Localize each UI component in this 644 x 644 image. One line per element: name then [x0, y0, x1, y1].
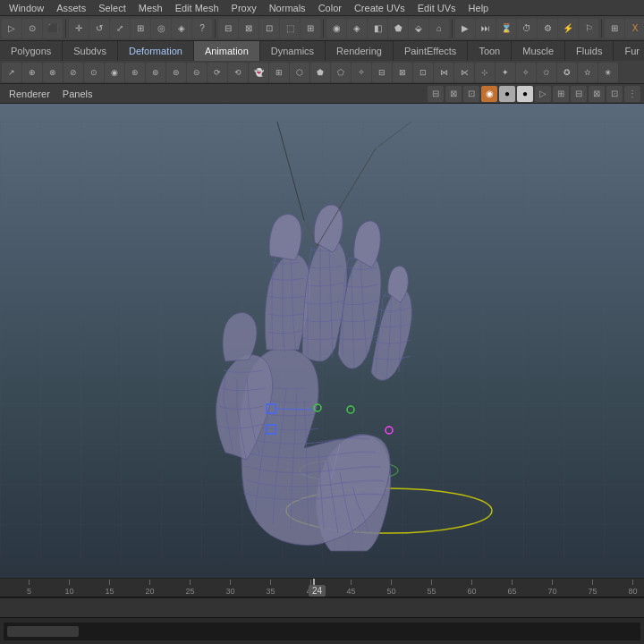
- anim-con1[interactable]: ⬡: [290, 63, 309, 82]
- tool-anim5[interactable]: ⚙: [538, 19, 557, 38]
- tool-artisan[interactable]: ⌂: [429, 19, 449, 38]
- anim-key2[interactable]: ⊕: [22, 63, 42, 82]
- view-icon2[interactable]: ⊠: [445, 86, 462, 102]
- tool-snap-surface[interactable]: ⬚: [280, 19, 300, 38]
- tool-anim2[interactable]: ⏭: [476, 19, 496, 38]
- view-icon8[interactable]: ⊞: [553, 86, 569, 102]
- anim-skel2[interactable]: ⋈: [434, 63, 453, 82]
- tool-scale[interactable]: ⤢: [110, 19, 130, 38]
- tool-select[interactable]: ▷: [2, 19, 21, 38]
- tool-transform[interactable]: ⊞: [131, 19, 150, 38]
- tool-snap-point[interactable]: ⊡: [259, 19, 279, 38]
- anim-key1[interactable]: ↗: [2, 63, 21, 82]
- menu-mesh[interactable]: Mesh: [133, 2, 168, 14]
- timeline[interactable]: 5 10 15 20 25 30 35 40 45 50 55 60 65 70…: [0, 578, 644, 597]
- tool-paint[interactable]: ⬛: [43, 19, 63, 38]
- tool-anim3[interactable]: ⌛: [496, 19, 516, 38]
- tool-anim1[interactable]: ▶: [455, 19, 475, 38]
- view-icon7[interactable]: ▷: [535, 86, 551, 102]
- menu-edit-mesh[interactable]: Edit Mesh: [170, 2, 225, 14]
- tab-deformation[interactable]: Deformation: [118, 41, 194, 61]
- anim-key4[interactable]: ⊘: [64, 63, 83, 82]
- view-icon12[interactable]: ⋮: [624, 86, 640, 102]
- anim-key3[interactable]: ⊗: [43, 63, 63, 82]
- tool-anim6[interactable]: ⚡: [558, 19, 578, 38]
- menu-proxy[interactable]: Proxy: [226, 2, 262, 14]
- anim-ik2[interactable]: ⟲: [228, 63, 248, 82]
- tool-move[interactable]: ✛: [69, 19, 89, 38]
- tool-soft[interactable]: ◎: [151, 19, 171, 38]
- tab-fluids[interactable]: Fluids: [565, 41, 614, 61]
- menu-select[interactable]: Select: [93, 2, 131, 14]
- view-icon10[interactable]: ⊠: [589, 86, 605, 102]
- tool-render[interactable]: ◉: [326, 19, 346, 38]
- anim-key8[interactable]: ⊚: [146, 63, 165, 82]
- menu-normals[interactable]: Normals: [264, 2, 311, 14]
- anim-ghost[interactable]: 👻: [249, 63, 268, 82]
- view-icon3[interactable]: ⊡: [463, 86, 479, 102]
- tool-layout[interactable]: ⊞: [605, 19, 624, 38]
- anim-skel4[interactable]: ⊹: [475, 63, 495, 82]
- menu-bar: Window Assets Select Mesh Edit Mesh Prox…: [0, 0, 644, 16]
- tab-animation[interactable]: Animation: [194, 41, 260, 61]
- anim-key9[interactable]: ⊜: [166, 63, 186, 82]
- menu-window[interactable]: Window: [4, 2, 49, 14]
- view-icon4[interactable]: ◉: [481, 86, 497, 102]
- tool-sculpt[interactable]: ⬟: [388, 19, 408, 38]
- anim-key6[interactable]: ◉: [105, 63, 124, 82]
- menu-help[interactable]: Help: [463, 2, 495, 14]
- anim-con2[interactable]: ⬟: [310, 63, 330, 82]
- tool-ipr[interactable]: ◈: [347, 19, 367, 38]
- menu-assets[interactable]: Assets: [51, 2, 91, 14]
- anim-key10[interactable]: ⊝: [187, 63, 207, 82]
- renderer-btn[interactable]: Renderer: [4, 88, 55, 100]
- anim-key7[interactable]: ⊛: [125, 63, 145, 82]
- tab-painteffects[interactable]: PaintEffects: [394, 41, 469, 61]
- tab-toon[interactable]: Toon: [468, 41, 512, 61]
- anim-skel3[interactable]: ⋉: [454, 63, 474, 82]
- tool-hypershade[interactable]: ◧: [368, 19, 387, 38]
- tool-x[interactable]: X: [625, 19, 644, 38]
- anim-key5[interactable]: ⊙: [84, 63, 104, 82]
- tool-rotate[interactable]: ↺: [89, 19, 109, 38]
- tool-lasso[interactable]: ⊙: [22, 19, 42, 38]
- tab-fur[interactable]: Fur: [614, 41, 644, 61]
- tab-muscle[interactable]: Muscle: [512, 41, 565, 61]
- anim-skel5[interactable]: ✦: [496, 63, 515, 82]
- view-icon9[interactable]: ⊟: [571, 86, 587, 102]
- tool-anim7[interactable]: ⚐: [579, 19, 598, 38]
- anim-snap[interactable]: ⊞: [269, 63, 289, 82]
- viewport[interactable]: [0, 104, 644, 578]
- anim-skel9[interactable]: ✫: [578, 63, 597, 82]
- tool-anim4[interactable]: ⏱: [517, 19, 537, 38]
- view-icon1[interactable]: ⊟: [428, 86, 444, 102]
- view-icon11[interactable]: ⊡: [606, 86, 623, 102]
- tool-show[interactable]: ◈: [172, 19, 191, 38]
- tool-help[interactable]: ?: [192, 19, 212, 38]
- anim-con4[interactable]: ⟡: [352, 63, 371, 82]
- tab-dynamics[interactable]: Dynamics: [260, 41, 326, 61]
- panels-btn[interactable]: Panels: [57, 88, 98, 100]
- tool-snap-grid[interactable]: ⊟: [218, 19, 238, 38]
- anim-skel6[interactable]: ✧: [516, 63, 536, 82]
- bottom-panel: [0, 617, 644, 644]
- tab-rendering[interactable]: Rendering: [326, 41, 394, 61]
- anim-skel8[interactable]: ✪: [557, 63, 577, 82]
- anim-skel1[interactable]: ⊡: [413, 63, 433, 82]
- tab-polygons[interactable]: Polygons: [0, 41, 63, 61]
- menu-create-uvs[interactable]: Create UVs: [349, 2, 411, 14]
- tool-snap-curve[interactable]: ⊠: [239, 19, 258, 38]
- anim-skel10[interactable]: ✬: [598, 63, 618, 82]
- anim-con6[interactable]: ⊠: [393, 63, 412, 82]
- menu-color[interactable]: Color: [313, 2, 347, 14]
- view-icon5[interactable]: ●: [499, 86, 515, 102]
- tab-subdvs[interactable]: Subdvs: [63, 41, 118, 61]
- anim-ik1[interactable]: ⟳: [208, 63, 227, 82]
- anim-con5[interactable]: ⊟: [372, 63, 392, 82]
- tool-paint2[interactable]: ⬙: [409, 19, 428, 38]
- tool-snap-live[interactable]: ⊞: [301, 19, 320, 38]
- view-icon6[interactable]: ●: [517, 86, 533, 102]
- anim-skel7[interactable]: ✩: [537, 63, 556, 82]
- menu-edit-uvs[interactable]: Edit UVs: [412, 2, 462, 14]
- anim-con3[interactable]: ⬠: [331, 63, 351, 82]
